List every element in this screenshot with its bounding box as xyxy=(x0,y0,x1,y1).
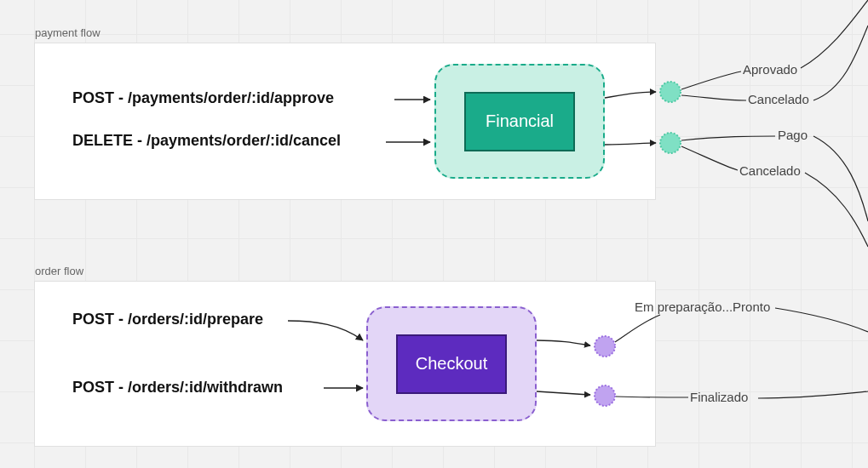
svg-point-0 xyxy=(660,82,681,102)
group-order-flow: order flow xyxy=(34,281,656,447)
endpoint-approve: POST - /payments/order/:id/approve xyxy=(72,89,334,107)
event-cancelado-2: Cancelado xyxy=(739,163,801,178)
service-checkout-inner: Checkout xyxy=(396,334,507,394)
gear-icon xyxy=(658,79,683,105)
service-financial-inner: Financial xyxy=(464,92,575,151)
gear-icon xyxy=(592,383,618,408)
endpoint-cancel-payment: DELETE - /payments/order/:id/cancel xyxy=(72,132,341,150)
event-finalizado: Finalizado xyxy=(690,390,748,404)
svg-point-1 xyxy=(660,133,681,153)
event-aprovado: Aprovado xyxy=(743,62,797,77)
event-cancelado-1: Cancelado xyxy=(748,92,809,106)
service-checkout-label: Checkout xyxy=(416,354,488,374)
event-preparacao: Em preparação...Pronto xyxy=(635,300,770,314)
service-checkout: Checkout xyxy=(366,306,537,421)
group-order-label: order flow xyxy=(35,265,83,277)
gear-icon xyxy=(592,334,618,359)
service-financial-label: Financial xyxy=(486,111,554,131)
svg-point-3 xyxy=(595,385,615,406)
diagram-canvas: payment flow order flow POST - /payments… xyxy=(0,0,868,468)
service-financial: Financial xyxy=(434,64,605,179)
event-pago: Pago xyxy=(778,128,808,142)
svg-point-2 xyxy=(595,336,615,357)
endpoint-withdrawn: POST - /orders/:id/withdrawn xyxy=(72,379,283,397)
gear-icon xyxy=(658,130,683,156)
endpoint-prepare: POST - /orders/:id/prepare xyxy=(72,311,263,328)
group-payment-label: payment flow xyxy=(35,26,101,39)
